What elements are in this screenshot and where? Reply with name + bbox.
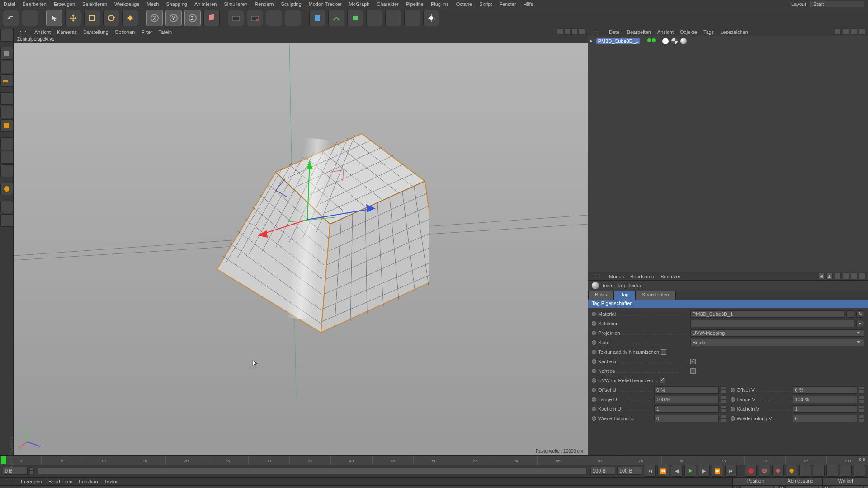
main-menu-item[interactable]: Snapping <box>166 1 187 7</box>
mat-menu-item[interactable]: Bearbeiten <box>48 479 72 484</box>
render-view-button[interactable] <box>228 10 244 26</box>
soft-select-button[interactable] <box>0 164 13 177</box>
main-menu-item[interactable]: Simulieren <box>224 1 247 7</box>
attr-search-icon[interactable] <box>835 273 841 279</box>
next-frame-button[interactable]: ▶ <box>698 465 710 477</box>
rot-h-field[interactable]: 0 ° <box>830 486 863 488</box>
main-menu-item[interactable]: Animieren <box>194 1 217 7</box>
size-x-field[interactable]: 200 cm <box>785 486 819 488</box>
vp-pan-icon[interactable] <box>557 28 563 35</box>
obj-menu-item[interactable]: Ansicht <box>657 29 674 35</box>
record-button[interactable] <box>745 465 757 477</box>
snap-button[interactable] <box>0 151 13 164</box>
vp-rotate-icon[interactable] <box>571 28 578 35</box>
main-menu-item[interactable]: Datei <box>4 1 15 7</box>
x-axis-lock[interactable]: X <box>146 10 163 26</box>
object-tree-item[interactable]: PM3D_Cube3D_1 <box>590 37 640 45</box>
z-axis-lock[interactable]: Z <box>184 10 201 26</box>
add-camera-button[interactable] <box>404 10 420 26</box>
main-menu-item[interactable]: Rendern <box>255 1 274 7</box>
timeline-ruler[interactable]: 0510152025303540455055606570758085909510… <box>0 456 868 465</box>
coord-system-button[interactable] <box>203 10 220 26</box>
main-menu-item[interactable]: Sculpting <box>281 1 302 7</box>
move-tool[interactable] <box>65 10 81 26</box>
polygon-mode-button[interactable] <box>0 119 13 132</box>
vp-zoom-icon[interactable] <box>564 28 571 35</box>
locks-button[interactable] <box>0 214 13 227</box>
edge-mode-button[interactable] <box>0 106 13 118</box>
attr-new-icon[interactable] <box>851 273 857 279</box>
main-menu-item[interactable]: Fenster <box>499 1 516 7</box>
vp-maximize-icon[interactable] <box>579 28 585 35</box>
main-menu-item[interactable]: Plug-ins <box>431 1 449 7</box>
main-menu-item[interactable]: Hilfe <box>524 1 533 7</box>
seamless-checkbox[interactable] <box>690 368 696 374</box>
prev-frame-button[interactable]: ◀ <box>671 465 683 477</box>
viewport-menu-item[interactable]: Darstellung <box>83 29 108 35</box>
obj-menu-item[interactable]: Lesezeichen <box>720 29 748 35</box>
frame-end-field[interactable]: 100 B <box>590 467 615 475</box>
autokey-button[interactable] <box>759 465 770 477</box>
phong-tag-icon[interactable] <box>662 38 669 44</box>
additive-checkbox[interactable] <box>661 349 666 355</box>
attr-back-icon[interactable]: ◄ <box>818 273 825 279</box>
attr-lock-icon[interactable] <box>843 273 849 279</box>
selection-field[interactable] <box>690 320 854 327</box>
move-gizmo[interactable] <box>194 129 429 342</box>
attr-menu-item[interactable]: Benutzer <box>660 274 680 279</box>
viewport-solo-button[interactable] <box>0 201 13 213</box>
main-menu-item[interactable]: MoGraph <box>349 1 370 7</box>
selection-pick-icon[interactable]: ▸ <box>856 320 864 327</box>
viewport-3d[interactable]: y z x Rasterweite : 10000 cm <box>14 43 588 455</box>
viewport-menu-item[interactable]: Kameras <box>57 29 77 35</box>
mat-menu-item[interactable]: Funktion <box>79 479 98 484</box>
length-u-field[interactable]: 100 % <box>654 396 719 403</box>
key-param-button[interactable] <box>826 465 838 477</box>
tweak-button[interactable] <box>0 183 13 195</box>
main-menu-item[interactable]: Charakter <box>377 1 398 7</box>
key-rot-button[interactable] <box>813 465 825 477</box>
tiles-u-field[interactable]: 1 <box>654 405 719 413</box>
visibility-editor-icon[interactable] <box>647 38 651 42</box>
obj-filter-icon[interactable] <box>851 28 857 35</box>
viewport-menu-item[interactable]: Ansicht <box>34 29 51 35</box>
key-options-button[interactable]: ≡ <box>854 465 865 477</box>
main-menu-item[interactable]: Pipeline <box>406 1 424 7</box>
repeat-u-field[interactable]: 0 <box>654 415 719 422</box>
main-menu-item[interactable]: Skript <box>479 1 492 7</box>
timeline-range-bar[interactable] <box>38 468 587 474</box>
axis-mode-button[interactable] <box>0 137 13 150</box>
render-region-button[interactable] <box>266 10 282 26</box>
undo-button[interactable] <box>3 10 19 26</box>
redo-button[interactable] <box>22 10 38 26</box>
attr-tab[interactable]: Tag <box>614 291 636 300</box>
viewport-menu-item[interactable]: Filter <box>141 29 152 35</box>
obj-search-icon[interactable] <box>835 28 841 35</box>
main-menu-item[interactable]: Erzeugen <box>54 1 75 7</box>
main-menu-item[interactable]: Bearbeiten <box>23 1 47 7</box>
attr-menu-icon[interactable] <box>859 273 865 279</box>
rotate-tool[interactable] <box>103 10 119 26</box>
obj-menu-icon[interactable] <box>859 28 865 35</box>
tile-checkbox[interactable] <box>690 359 696 364</box>
point-mode-button[interactable] <box>0 92 13 105</box>
material-field[interactable]: PM3D_Cube3D_1 <box>690 310 844 318</box>
viewport-menu-item[interactable]: Optionen <box>115 29 135 35</box>
add-generator-button[interactable] <box>347 10 363 26</box>
goto-start-button[interactable]: ⏮ <box>644 465 656 477</box>
render-pv-button[interactable] <box>247 10 263 26</box>
add-primitive-button[interactable] <box>309 10 326 26</box>
expand-icon[interactable] <box>590 39 592 43</box>
layout-dropdown[interactable]: Start <box>810 1 864 7</box>
add-environment-button[interactable] <box>385 10 401 26</box>
model-mode-button[interactable] <box>0 47 13 60</box>
uvw-tag-icon[interactable] <box>671 38 678 44</box>
main-menu-item[interactable]: Motion Tracker <box>309 1 342 7</box>
texture-tag-icon[interactable] <box>680 38 687 44</box>
attr-menu-item[interactable]: Bearbeiten <box>630 274 654 279</box>
key-scale-button[interactable] <box>799 465 811 477</box>
pos-x-field[interactable]: 6.665 cm <box>740 486 774 488</box>
goto-nextkey-button[interactable]: ⏩ <box>712 465 723 477</box>
scale-tool[interactable] <box>84 10 100 26</box>
obj-menu-item[interactable]: Tags <box>703 29 714 35</box>
